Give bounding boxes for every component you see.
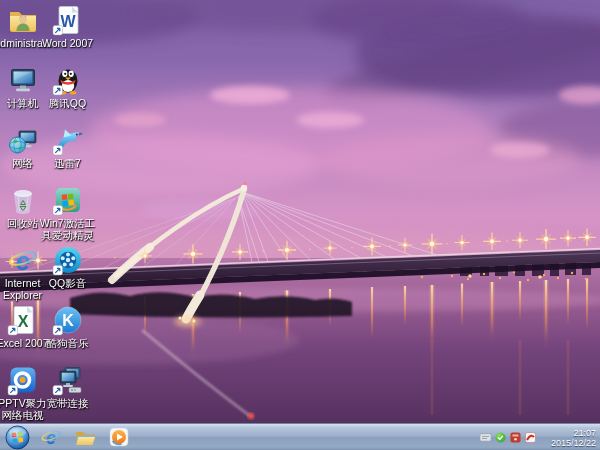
svg-text:X: X [17, 313, 28, 330]
desktop-icon-tencent-qq[interactable]: 腾讯QQ [45, 62, 90, 122]
desktop-icon-grid: Administra... 计算机 网络 [0, 2, 90, 422]
taskbar: e [0, 423, 600, 450]
administrator-folder-icon [7, 4, 39, 36]
desktop-icon-broadband-connection[interactable]: 宽带连接 [45, 362, 90, 422]
word-icon: W [52, 4, 84, 36]
desktop-icon-computer[interactable]: 计算机 [0, 62, 45, 122]
desktop-icon-xunlei-7[interactable]: 迅雷7 [45, 122, 90, 182]
icon-label: 酷狗音乐 [38, 337, 98, 349]
desktop-icon-win7-activation-tool[interactable]: Win7激活工具爱动精灵 [45, 182, 90, 242]
media-player-icon [109, 427, 129, 447]
desktop-icon-pptv[interactable]: PPTV聚力 网络电视 [0, 362, 45, 422]
broadband-connection-icon [52, 364, 84, 396]
xunlei-icon [52, 124, 84, 156]
qq-player-icon [52, 244, 84, 276]
desktop-icon-network[interactable]: 网络 [0, 122, 45, 182]
icon-label: Word 2007 [38, 37, 98, 49]
desktop-icon-qq-player[interactable]: QQ影音 [45, 242, 90, 302]
icon-label: 迅雷7 [38, 157, 98, 169]
clock-time: 21:07 [540, 428, 596, 438]
language-indicator-icon[interactable] [480, 432, 491, 443]
excel-icon: X [7, 304, 39, 336]
start-button[interactable] [5, 425, 30, 450]
qq-icon [52, 64, 84, 96]
icon-label: Win7激活工具爱动精灵 [38, 217, 98, 241]
system-tray: 21:07 2015/12/22 [480, 424, 598, 450]
desktop-icon-administrator-folder[interactable]: Administra... [0, 2, 45, 62]
green-status-icon[interactable] [495, 432, 506, 443]
desktop-icon-word-2007[interactable]: W Word 2007 [45, 2, 90, 62]
svg-text:e: e [46, 428, 56, 448]
taskbar-clock[interactable]: 21:07 2015/12/22 [540, 428, 598, 448]
taskbar-button-internet-explorer[interactable]: e [38, 425, 64, 449]
desktop-icon-kugou-music[interactable]: K 酷狗音乐 [45, 302, 90, 362]
svg-text:e: e [15, 246, 29, 276]
svg-text:W: W [60, 13, 76, 30]
icon-label: 宽带连接 [38, 397, 98, 409]
pptv-icon [7, 364, 39, 396]
internet-explorer-icon: e [7, 244, 39, 276]
clock-date: 2015/12/22 [540, 438, 596, 448]
red-app-icon[interactable] [510, 432, 521, 443]
network-icon [7, 124, 39, 156]
folder-icon [74, 426, 96, 448]
kugou-icon: K [52, 304, 84, 336]
taskbar-button-windows-media-player[interactable] [106, 425, 132, 449]
red-white-app-icon[interactable] [525, 432, 536, 443]
desktop-icon-internet-explorer[interactable]: e Internet Explorer [0, 242, 45, 302]
computer-icon [7, 64, 39, 96]
icon-label: 腾讯QQ [38, 97, 98, 109]
internet-explorer-taskbar-icon: e [40, 426, 62, 448]
win7-activation-tool-icon [52, 184, 84, 216]
taskbar-button-windows-explorer[interactable] [72, 425, 98, 449]
recycle-bin-icon [7, 184, 39, 216]
icon-label: QQ影音 [38, 277, 98, 289]
desktop-wallpaper [0, 0, 600, 423]
desktop: Administra... 计算机 网络 [0, 0, 600, 423]
svg-text:K: K [62, 312, 74, 329]
desktop-icon-excel-2007[interactable]: X Excel 2007 [0, 302, 45, 362]
